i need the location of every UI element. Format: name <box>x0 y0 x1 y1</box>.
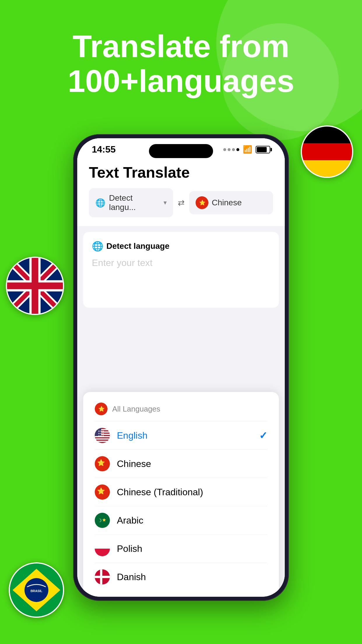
target-language-selector[interactable]: ⭐ Chinese <box>189 191 273 214</box>
signal-dot-2 <box>228 148 231 151</box>
chevron-down-icon: ▾ <box>164 199 167 206</box>
language-selector-row: 🌐 Detect langu... ▾ ⇄ ⭐ <box>89 188 273 217</box>
brazil-flag-decoration: BRASIL <box>9 562 64 618</box>
svg-text:⭐: ⭐ <box>102 518 106 522</box>
language-item-danish[interactable]: Danish <box>83 563 279 591</box>
svg-text:★★★: ★★★ <box>98 435 104 437</box>
signal-dot-3 <box>232 148 235 151</box>
svg-text:☽: ☽ <box>98 518 102 523</box>
detect-globe-icon: 🌐 <box>92 241 103 252</box>
headline-line1: Translate from <box>23 29 339 64</box>
headline-line2: 100+languages <box>23 64 339 99</box>
app-title: Text Translate <box>89 164 273 181</box>
chinese-label: Chinese <box>117 459 151 469</box>
battery-fill <box>257 147 267 152</box>
text-input-area[interactable]: 🌐 Detect language Enter your text <box>83 232 279 308</box>
arabic-flag-icon: ☽ ⭐ <box>95 513 110 528</box>
chinese-traditional-label: Chinese (Traditional) <box>117 487 203 498</box>
svg-text:⭐: ⭐ <box>199 200 206 206</box>
source-language-text: Detect langu... <box>109 193 160 212</box>
check-icon: ✓ <box>259 430 267 441</box>
svg-rect-25 <box>95 438 110 440</box>
svg-text:⭐: ⭐ <box>97 487 105 495</box>
dropdown-header-text: All Languages <box>112 405 160 414</box>
headline: Translate from 100+languages <box>0 29 362 99</box>
phone-outer: 14:55 📶 Text Translat <box>73 134 289 601</box>
globe-icon: 🌐 <box>95 198 106 208</box>
signal-dot-4 <box>236 148 239 151</box>
us-flag-icon: ★★★ ★★★ ★★★ <box>95 428 110 443</box>
text-placeholder: Enter your text <box>92 258 270 268</box>
polish-label: Polish <box>117 543 142 554</box>
svg-text:BRASIL: BRASIL <box>31 589 43 593</box>
denmark-flag-icon <box>95 569 110 584</box>
phone-screen: 14:55 📶 Text Translat <box>77 138 285 597</box>
wifi-icon: 📶 <box>243 145 252 154</box>
dynamic-island <box>149 144 213 158</box>
svg-rect-2 <box>302 160 352 177</box>
poland-flag-icon <box>95 541 110 556</box>
signal-icon <box>223 148 239 151</box>
phone-mockup: 14:55 📶 Text Translat <box>73 134 289 601</box>
china-flag-icon-list: ⭐ <box>95 456 110 471</box>
svg-rect-26 <box>95 441 110 442</box>
danish-label: Danish <box>117 572 146 582</box>
detect-label-text: Detect language <box>106 242 169 251</box>
uk-flag-decoration <box>6 257 64 315</box>
language-item-english[interactable]: ★★★ ★★★ ★★★ English ✓ <box>83 421 279 449</box>
battery-icon <box>256 146 270 153</box>
dropdown-header: ⭐ All Languages <box>83 398 279 421</box>
china-traditional-flag-icon: ⭐ <box>95 484 110 500</box>
status-icons: 📶 <box>223 145 270 154</box>
detect-language-label: 🌐 Detect language <box>92 241 270 252</box>
svg-rect-42 <box>95 576 110 578</box>
english-label: English <box>117 430 147 441</box>
app-header: Text Translate 🌐 Detect langu... ▾ ⇄ <box>77 158 285 226</box>
china-flag-icon: ⭐ <box>196 196 208 209</box>
language-item-polish[interactable]: Polish <box>83 535 279 563</box>
all-languages-icon: ⭐ <box>95 402 108 415</box>
svg-text:⭐: ⭐ <box>97 459 105 467</box>
status-time: 14:55 <box>92 144 116 155</box>
source-language-selector[interactable]: 🌐 Detect langu... ▾ <box>89 188 173 217</box>
arabic-label: Arabic <box>117 515 143 526</box>
signal-dot-1 <box>223 148 226 151</box>
svg-rect-11 <box>7 282 63 289</box>
german-flag-decoration <box>301 125 353 178</box>
language-item-chinese[interactable]: ⭐ Chinese <box>83 450 279 478</box>
svg-rect-1 <box>302 144 352 160</box>
language-dropdown: ⭐ All Languages <box>83 392 279 597</box>
swap-icon[interactable]: ⇄ <box>178 198 184 208</box>
language-item-arabic[interactable]: ☽ ⭐ Arabic <box>83 506 279 534</box>
app-content: Text Translate 🌐 Detect langu... ▾ ⇄ <box>77 158 285 596</box>
language-item-chinese-traditional[interactable]: ⭐ Chinese (Traditional) <box>83 478 279 506</box>
svg-rect-39 <box>95 549 110 556</box>
target-language-text: Chinese <box>212 198 242 207</box>
svg-text:⭐: ⭐ <box>98 406 105 412</box>
